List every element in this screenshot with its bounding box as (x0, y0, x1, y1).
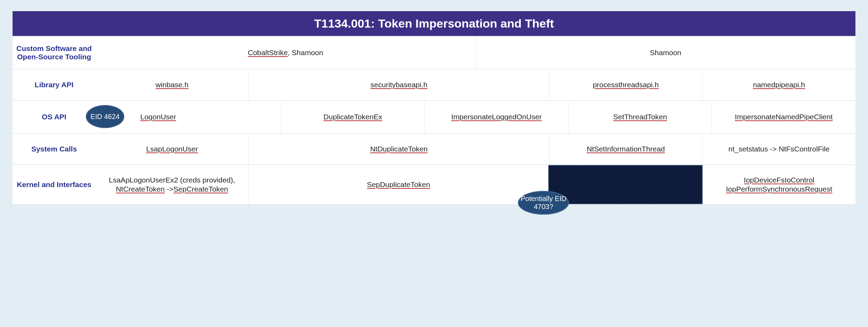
row-osapi: OS API LogonUser DuplicateTokenEx Impers… (13, 100, 855, 133)
osapi-col3-text: ImpersonateLoggedOnUser (451, 113, 542, 121)
kernel-col4-line1: IopDeviceFsIoControl (726, 176, 832, 185)
library-col2: securitybaseapi.h (248, 69, 549, 100)
library-col3-text: processthreadsapi.h (593, 81, 659, 89)
badge-eid-4703-wrap: Potentially EID 4703? (518, 191, 569, 215)
row-cells-tooling: CobaltStrike, Shamoon Shamoon (96, 37, 855, 69)
badge-eid-4703: Potentially EID 4703? (518, 191, 569, 215)
osapi-col5: ImpersonateNamedPipeClient (712, 101, 855, 133)
osapi-col5-text: ImpersonateNamedPipeClient (735, 113, 833, 121)
row-library: Library API winbase.h securitybaseapi.h … (13, 69, 855, 100)
kernel-col2-text: SepDuplicateToken (367, 180, 430, 189)
osapi-col4: SetThreadToken (568, 101, 712, 133)
sys-col4: nt_setstatus -> NtFsControlFile (702, 134, 855, 164)
kernel-col1-u1: NtCreateToken (116, 185, 165, 193)
library-col3: processthreadsapi.h (549, 69, 702, 100)
osapi-col2: DuplicateTokenEx (281, 101, 425, 133)
row-syscalls: System Calls LsapLogonUser NtDuplicateTo… (13, 133, 855, 164)
technique-title: T1134.001: Token Impersonation and Theft (13, 11, 855, 36)
sys-col2-text: NtDuplicateToken (370, 145, 428, 153)
sys-col2: NtDuplicateToken (248, 134, 549, 164)
tooling-col1: CobaltStrike, Shamoon (96, 37, 475, 69)
osapi-col2-text: DuplicateTokenEx (324, 113, 382, 121)
row-label-osapi: OS API (13, 101, 96, 133)
library-col4-text: namedpipeapi.h (753, 81, 805, 89)
kernel-col1-u2: SepCreateToken (173, 185, 228, 193)
kernel-col4-line2: IopPerformSynchronousRequest (726, 185, 832, 194)
tooling-col1-link: CobaltStrike (248, 49, 288, 57)
badge-eid-4624: EID 4624 (86, 105, 124, 128)
sys-col1-text: LsapLogonUser (146, 145, 198, 153)
kernel-col3-obscured (548, 165, 702, 204)
tooling-col1-rest: , Shamoon (288, 49, 323, 57)
kernel-col1-mid: -> (165, 185, 173, 193)
row-cells-kernel: LsaApLogonUserEx2 (creds provided), NtCr… (96, 165, 855, 204)
kernel-col1-line1: LsaApLogonUserEx2 (creds provided), (109, 176, 235, 185)
row-cells-osapi: LogonUser DuplicateTokenEx ImpersonateLo… (96, 101, 855, 133)
kernel-col1: LsaApLogonUserEx2 (creds provided), NtCr… (96, 165, 248, 204)
osapi-col1-text: LogonUser (140, 113, 176, 121)
osapi-col3: ImpersonateLoggedOnUser (424, 101, 568, 133)
sys-col4-text: nt_setstatus -> NtFsControlFile (728, 145, 830, 153)
row-cells-library: winbase.h securitybaseapi.h processthrea… (96, 69, 855, 100)
sys-col1: LsapLogonUser (96, 134, 248, 164)
row-label-kernel: Kernel and Interfaces (13, 165, 96, 204)
tooling-col2: Shamoon (475, 37, 855, 69)
row-tooling: Custom Software and Open-Source Tooling … (13, 36, 855, 69)
page: T1134.001: Token Impersonation and Theft… (0, 0, 868, 225)
row-kernel: Kernel and Interfaces LsaApLogonUserEx2 … (13, 164, 855, 204)
osapi-col4-text: SetThreadToken (613, 113, 667, 121)
technique-table: T1134.001: Token Impersonation and Theft… (13, 11, 855, 204)
kernel-col4: IopDeviceFsIoControl IopPerformSynchrono… (703, 165, 855, 204)
library-col1: winbase.h (96, 69, 248, 100)
library-col1-text: winbase.h (156, 81, 189, 89)
sys-col3-text: NtSetInformationThread (587, 145, 665, 153)
library-col2-text: securitybaseapi.h (370, 81, 427, 89)
sys-col3: NtSetInformationThread (549, 134, 702, 164)
library-col4: namedpipeapi.h (702, 69, 855, 100)
row-label-syscalls: System Calls (13, 134, 96, 164)
row-label-tooling: Custom Software and Open-Source Tooling (13, 37, 96, 69)
row-cells-syscalls: LsapLogonUser NtDuplicateToken NtSetInfo… (96, 134, 855, 164)
row-label-library: Library API (13, 69, 96, 100)
kernel-col1-line2: NtCreateToken ->SepCreateToken (109, 185, 235, 194)
kernel-col2: SepDuplicateToken (248, 165, 548, 204)
